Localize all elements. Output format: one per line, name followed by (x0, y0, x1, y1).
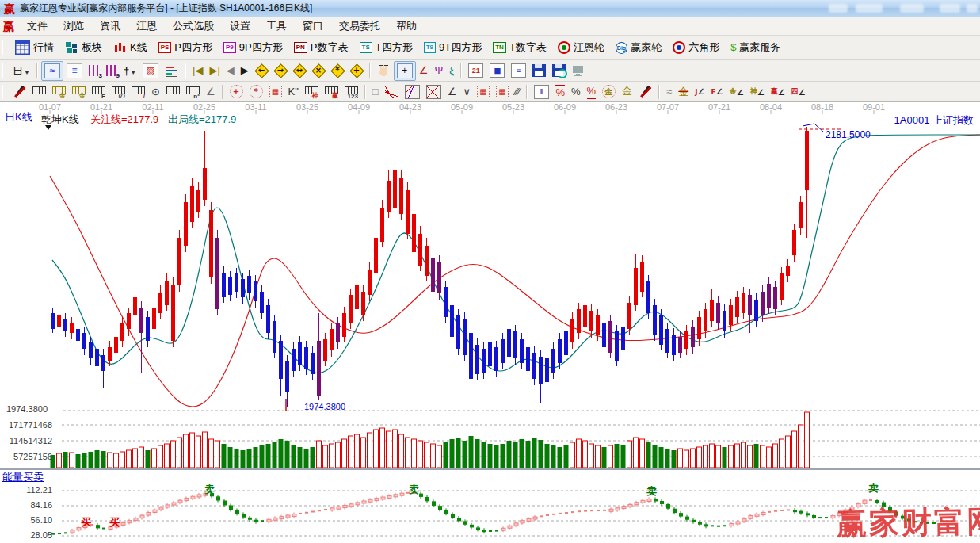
menu-browse[interactable]: 浏览 (55, 17, 92, 35)
nine-p-square-button[interactable]: P99P四方形 (218, 38, 288, 57)
kline-button[interactable]: K线 (108, 38, 153, 57)
winner-wheel-button[interactable]: Big赢家轮 (610, 38, 667, 57)
number-comb-tool[interactable]: 123 (341, 83, 361, 101)
chip-distribution-button[interactable]: ▨ (139, 61, 162, 81)
square-grid-tool[interactable]: ▦ (266, 83, 285, 101)
hand-tool-button[interactable] (374, 62, 394, 79)
send-to-pc-button[interactable] (569, 62, 589, 79)
percent-tool[interactable]: % (568, 83, 584, 101)
ray-fan-tool[interactable] (382, 83, 402, 101)
f10-info-button[interactable]: ≡ (63, 61, 86, 81)
period-day-dropdown[interactable]: 日▼ (10, 61, 33, 80)
volume-profile-button[interactable] (162, 62, 181, 79)
percent-line-tool[interactable]: % (584, 82, 600, 101)
window-control-blur-3[interactable] (900, 4, 924, 13)
toolbar-grip[interactable] (2, 63, 6, 78)
circle-cross-tool[interactable]: + (227, 82, 246, 101)
plain-comb-tool[interactable] (163, 83, 183, 101)
price-bars-tool[interactable]: ‖ (531, 82, 552, 101)
intraday-chart-button[interactable]: ≈ (41, 61, 63, 81)
diamond-expand-button[interactable]: ↔ (290, 62, 309, 79)
dropdown-triangle-icon[interactable] (45, 125, 51, 130)
box-cross-tool[interactable] (423, 82, 444, 101)
nine-t-square-button[interactable]: T99T四方形 (418, 38, 488, 57)
n-square-comb-tool[interactable]: n² (183, 83, 203, 101)
menu-trade[interactable]: 交易委托 (331, 17, 388, 35)
trend-arrow-tool[interactable]: ∠ (444, 83, 460, 101)
parallel-lines-tool[interactable]: ∕∕∕ (512, 83, 524, 101)
window-control-blur-2[interactable] (856, 4, 883, 13)
toolbar-grip[interactable] (2, 40, 6, 55)
f-angle-tool[interactable]: F∠ (708, 85, 726, 98)
nine-bars-button[interactable]: 9 (103, 63, 120, 78)
hexagon-button[interactable]: 六角形 (667, 38, 725, 57)
symbol-label[interactable]: 1A0001 上证指数 (894, 113, 974, 128)
cycle-circle-tool[interactable]: ⊙ (148, 83, 163, 101)
t-number-table-button[interactable]: TNT数字表 (487, 38, 552, 57)
gann-shape-button[interactable]: Ψ (431, 62, 446, 79)
next-page-button[interactable]: ▶ (238, 62, 252, 79)
j-angle-tool[interactable]: J∠ (692, 85, 707, 98)
diamond-right-button[interactable]: → (271, 62, 290, 79)
save-button[interactable] (529, 62, 549, 79)
menu-file[interactable]: 文件 (19, 17, 55, 35)
menu-news[interactable]: 资讯 (92, 17, 128, 35)
window-control-blur-5[interactable] (967, 4, 978, 13)
sectors-button[interactable]: 板块 (59, 38, 108, 57)
ying-angle-tool[interactable]: 赢∠ (768, 84, 788, 99)
save-web-button[interactable] (549, 62, 569, 79)
p-square-button[interactable]: PSP四方形 (153, 38, 218, 57)
menu-window[interactable]: 窗口 (295, 17, 331, 35)
winner-service-button[interactable]: $赢家服务 (725, 38, 786, 57)
gold-strike-tool[interactable]: 金 (675, 83, 692, 101)
kline-chart-canvas[interactable] (0, 102, 980, 543)
pen-comb-tool[interactable]: / (128, 83, 148, 101)
wave-overlay-tool[interactable]: ≈ (663, 83, 675, 101)
shen-comb-tool[interactable]: 神 (302, 83, 322, 101)
gold-line-tool[interactable]: 金 (619, 82, 635, 101)
box-diagonal-tool[interactable] (402, 82, 423, 101)
diamond-left-button[interactable]: ← (252, 62, 271, 79)
oscillator-pane-title[interactable]: 能量买卖 (2, 470, 44, 484)
gann-comb-tool[interactable] (29, 83, 49, 101)
ying-comb-tool[interactable]: 赢 (322, 83, 341, 101)
angle-measure-button[interactable]: ∠ (416, 62, 432, 79)
k-quote-tool[interactable]: K" (285, 83, 302, 101)
toolbar-grip[interactable] (2, 85, 6, 99)
red-grid-tool[interactable]: ▦ (474, 83, 493, 101)
gann-wheel-button[interactable]: 江恩轮 (552, 38, 610, 57)
gold-comb-tool-2[interactable]: 金 (69, 83, 89, 101)
menu-tools[interactable]: 工具 (258, 17, 295, 35)
select-box-tool[interactable]: □ (369, 83, 382, 101)
first-page-button[interactable]: |◀ (189, 62, 206, 79)
si-angle-tool[interactable]: 四∠ (788, 84, 809, 99)
diamond-compress-button[interactable]: × (309, 62, 328, 79)
menu-gann[interactable]: 江恩 (128, 17, 165, 35)
window-control-blur-1[interactable] (829, 4, 848, 13)
window-control-blur-4[interactable] (940, 4, 960, 13)
prev-page-button[interactable]: ◀ (223, 62, 238, 79)
calculator-button[interactable]: ▦ (486, 61, 508, 80)
candle-style-dropdown[interactable]: †▼ (120, 61, 139, 80)
last-page-button[interactable]: ▶| (206, 62, 223, 79)
brush-tool[interactable] (635, 83, 655, 101)
draw-pen-tool[interactable] (10, 83, 29, 101)
p-number-table-button[interactable]: PNP数字表 (288, 38, 354, 57)
circle-star-tool[interactable]: * (246, 82, 266, 101)
fib-comb-tool[interactable]: F (89, 83, 109, 101)
memo-button[interactable]: ≡ (508, 61, 529, 80)
angle-ruler-tool[interactable]: ∠ (203, 83, 219, 101)
t-square-button[interactable]: TST四方形 (354, 38, 418, 57)
diamond-move-button[interactable]: + (347, 62, 366, 79)
menu-help[interactable]: 帮助 (388, 17, 425, 35)
crosshair-tool-button[interactable]: + (394, 61, 416, 81)
three-bars-button[interactable]: 3 (86, 63, 103, 78)
gold-circle-tool[interactable]: 金 (599, 82, 619, 101)
gold-angle-tool[interactable]: 金∠ (726, 84, 747, 99)
menu-settings[interactable]: 设置 (222, 17, 258, 35)
shen-angle-tool[interactable]: 神∠ (747, 84, 768, 99)
chart-area[interactable]: 日K线 乾坤K线 关注线=2177.9 出局线=2177.9 1A0001 上证… (0, 102, 980, 543)
period-label[interactable]: 日K线 (5, 110, 32, 124)
gold-comb-tool-1[interactable]: 金 (49, 83, 69, 101)
wave-tool-button[interactable]: ξ (446, 62, 457, 79)
